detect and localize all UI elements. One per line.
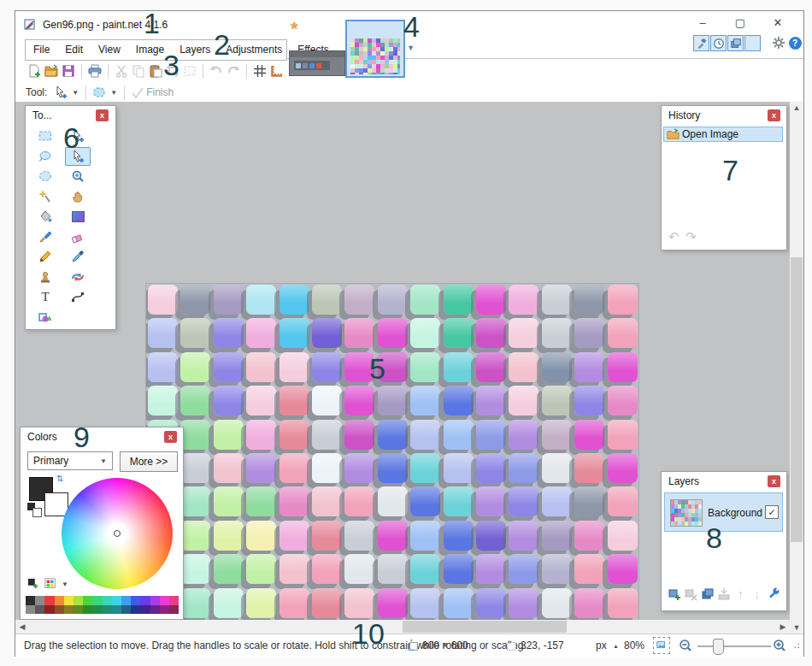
fit-window-button[interactable] [653, 634, 670, 657]
palette-swatch[interactable] [83, 605, 92, 615]
tool-text[interactable]: T [32, 287, 58, 306]
cut-icon[interactable] [113, 63, 129, 80]
vertical-scrollbar[interactable]: ▲ ▼ [790, 102, 803, 634]
color-mode-dropdown[interactable]: Primary▼ [27, 451, 113, 470]
current-tool-icon[interactable] [52, 85, 68, 101]
history-redo-icon[interactable]: ↷ [685, 229, 697, 245]
horizontal-scrollbar[interactable]: ◀ ▶ [15, 620, 790, 634]
tools-panel-close-icon[interactable]: x [96, 109, 109, 121]
palette-menu-icon[interactable] [44, 578, 56, 590]
deselect-icon[interactable] [181, 63, 197, 80]
tool-rectangle-select[interactable] [32, 127, 58, 145]
tool-pencil[interactable] [32, 247, 58, 266]
tool-line-curve[interactable] [65, 287, 91, 306]
tool-clone-stamp[interactable] [32, 268, 58, 286]
layers-toggle-button[interactable] [727, 35, 744, 51]
paste-icon[interactable] [147, 63, 163, 80]
zoom-slider-track[interactable] [697, 645, 771, 647]
maximize-button[interactable]: ▢ [725, 13, 756, 33]
color-wheel[interactable] [62, 478, 173, 589]
palette-swatch[interactable] [160, 605, 169, 615]
history-undo-icon[interactable]: ↶ [668, 229, 680, 245]
tool-zoom[interactable] [65, 167, 91, 186]
more-button[interactable]: More >> [120, 451, 178, 472]
duplicate-layer-icon[interactable] [700, 586, 715, 601]
color-wheel-selector[interactable] [114, 530, 121, 537]
new-file-icon[interactable] [26, 63, 42, 80]
help-icon[interactable]: ? [787, 35, 803, 50]
tool-ellipse-select[interactable] [32, 167, 58, 186]
unit-selector[interactable]: px [596, 634, 607, 657]
palette-swatch[interactable] [112, 596, 121, 605]
swap-colors-icon[interactable]: ⇄ [56, 474, 65, 481]
ruler-icon[interactable] [268, 63, 285, 80]
minimize-button[interactable]: – [687, 13, 718, 33]
palette-swatch[interactable] [74, 596, 83, 605]
palette-swatch[interactable] [83, 596, 92, 605]
print-icon[interactable] [86, 63, 103, 80]
palette-swatch[interactable] [55, 605, 64, 615]
palette-swatch[interactable] [64, 605, 74, 615]
shape-dropdown-caret[interactable]: ▼ [110, 89, 117, 97]
image-thumbnail-active[interactable] [345, 20, 405, 78]
palette-swatch[interactable] [169, 605, 179, 615]
tool-recolor[interactable] [65, 268, 91, 286]
colors-toggle-button[interactable] [744, 35, 761, 51]
layer-visible-checkbox[interactable]: ✓ [765, 505, 779, 519]
palette-swatch[interactable] [74, 605, 83, 615]
open-folder-icon[interactable] [43, 63, 59, 80]
palette-swatch[interactable] [103, 596, 112, 605]
palette-swatch[interactable] [103, 605, 112, 615]
merge-down-icon[interactable] [717, 586, 732, 601]
palette-swatch[interactable] [131, 596, 140, 605]
tool-eraser[interactable] [65, 227, 91, 246]
palette-swatch[interactable] [26, 605, 35, 615]
palette-swatch[interactable] [35, 605, 44, 615]
unit-caret-icon[interactable]: ▲ [613, 634, 619, 657]
palette-swatch[interactable] [26, 596, 35, 605]
resize-grip[interactable] [791, 634, 802, 657]
menu-file[interactable]: File [26, 41, 57, 59]
colors-panel-close-icon[interactable]: x [164, 431, 177, 443]
palette-swatch[interactable] [150, 596, 160, 605]
grid-icon[interactable] [251, 63, 268, 80]
move-down-icon[interactable]: ↓ [750, 586, 765, 601]
canvas-image[interactable] [146, 284, 638, 620]
delete-layer-icon[interactable] [684, 586, 698, 601]
zoom-out-icon[interactable] [679, 634, 692, 657]
palette-swatch[interactable] [64, 596, 74, 605]
add-color-icon[interactable] [27, 578, 39, 590]
palette-swatch[interactable] [140, 605, 150, 615]
menu-edit[interactable]: Edit [57, 41, 91, 59]
tool-dropdown-caret[interactable]: ▼ [72, 89, 79, 97]
palette-swatch[interactable] [160, 596, 169, 605]
save-icon[interactable] [60, 63, 76, 80]
settings-gear-icon[interactable] [771, 35, 786, 50]
palette-swatch[interactable] [35, 596, 44, 605]
tool-color-picker[interactable] [65, 247, 91, 266]
tool-paint-bucket[interactable] [32, 207, 58, 226]
redo-icon[interactable] [225, 63, 241, 80]
layers-panel-close-icon[interactable]: x [768, 475, 780, 487]
add-layer-icon[interactable] [667, 586, 681, 601]
image-list-chevron-icon[interactable]: ▼ [407, 44, 415, 52]
palette-swatch[interactable] [169, 596, 179, 605]
tool-lasso-select[interactable] [32, 147, 58, 166]
menu-view[interactable]: View [91, 41, 128, 59]
tools-toggle-button[interactable] [693, 35, 709, 51]
undo-icon[interactable] [208, 63, 224, 80]
palette-swatch[interactable] [112, 605, 121, 615]
palette-swatch[interactable] [92, 605, 102, 615]
tool-gradient[interactable] [65, 207, 91, 226]
palette-swatch[interactable] [150, 605, 160, 615]
history-panel-close-icon[interactable]: x [768, 109, 780, 121]
palette-swatch[interactable] [55, 596, 64, 605]
tool-paintbrush[interactable] [32, 227, 58, 246]
tool-shapes[interactable] [32, 308, 58, 327]
tool-pan[interactable] [65, 187, 91, 206]
history-item[interactable]: Open Image [663, 127, 783, 142]
tool-magic-wand[interactable] [32, 187, 58, 206]
palette-swatch[interactable] [121, 596, 131, 605]
image-thumbnail-screenshot[interactable] [289, 50, 345, 76]
palette-swatch[interactable] [121, 605, 131, 615]
